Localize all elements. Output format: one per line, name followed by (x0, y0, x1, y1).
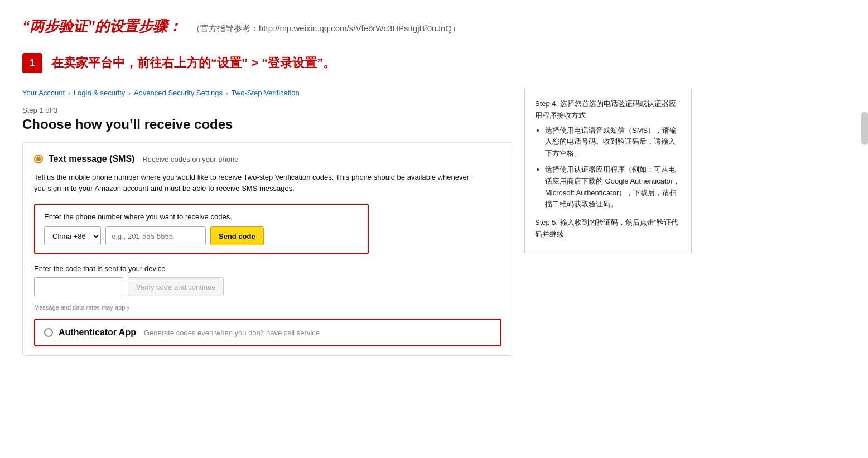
breadcrumb: Your Account › Login & security › Advanc… (22, 89, 513, 97)
sms-note: Message and data rates may apply (34, 304, 501, 311)
form-heading: Choose how you’ll receive codes (22, 117, 513, 132)
side-note-step5: Step 5. 输入收到的验证码，然后点击“验证代码并继续” (535, 217, 681, 240)
verify-row: Verify code and continue (34, 277, 501, 296)
breadcrumb-your-account[interactable]: Your Account (22, 89, 65, 97)
phone-entry-box: Enter the phone number where you want to… (34, 204, 369, 254)
phone-number-input[interactable] (105, 226, 206, 245)
page-title-subtitle: （官方指导参考：http://mp.weixin.qq.com/s/Vfe6rW… (192, 23, 460, 34)
breadcrumb-sep2: › (128, 90, 131, 97)
step1-description: 在卖家平台中，前往右上方的“设置” > “登录设置”。 (51, 55, 335, 71)
verify-code-button[interactable]: Verify code and continue (128, 277, 224, 296)
sms-body-text: Tell us the mobile phone number where yo… (34, 172, 469, 194)
verify-code-input[interactable] (34, 277, 123, 296)
breadcrumb-sep3: › (226, 90, 228, 97)
verify-section: Enter the code that is sent to your devi… (34, 264, 501, 296)
send-code-button[interactable]: Send code (210, 226, 264, 245)
sms-option-desc: Receive codes on your phone (142, 155, 238, 163)
breadcrumb-sep1: › (68, 90, 70, 97)
breadcrumb-advanced-security[interactable]: Advanced Security Settings (134, 89, 223, 97)
scrollbar[interactable] (861, 112, 868, 145)
side-note-step4: Step 4. 选择您首选的电话验证码或认证器应用程序接收方式 (535, 98, 681, 122)
phone-entry-label: Enter the phone number where you want to… (44, 213, 359, 221)
side-note-panel: Step 4. 选择您首选的电话验证码或认证器应用程序接收方式 选择使用电话语音… (524, 89, 692, 253)
step-number-badge: 1 (22, 53, 42, 73)
breadcrumb-login-security[interactable]: Login & security (74, 89, 126, 97)
sms-radio[interactable] (34, 155, 43, 163)
sms-option-row[interactable]: Text message (SMS) Receive codes on your… (34, 154, 501, 164)
sms-card: Text message (SMS) Receive codes on your… (22, 142, 513, 356)
auth-app-radio[interactable] (44, 328, 53, 337)
page-title-main: “两步验证”的设置步骤： (22, 17, 182, 36)
step-indicator: Step 1 of 3 (22, 106, 513, 114)
auth-app-row[interactable]: Authenticator App Generate codes even wh… (34, 319, 501, 346)
auth-app-desc: Generate codes even when you don’t have … (144, 329, 320, 337)
sms-option-label: Text message (SMS) (49, 154, 134, 164)
amazon-panel: Your Account › Login & security › Advanc… (22, 89, 513, 356)
country-select[interactable]: China +86 (44, 226, 101, 245)
verify-label: Enter the code that is sent to your devi… (34, 264, 501, 273)
auth-app-label: Authenticator App (59, 327, 136, 338)
breadcrumb-two-step: Two-Step Verification (232, 89, 300, 97)
side-note-bullet2: 选择使用认证器应用程序（例如：可从电话应用商店下载的 Google Authen… (545, 164, 681, 210)
phone-input-row: China +86 Send code (44, 226, 359, 245)
side-note-bullet1: 选择使用电话语音或短信（SMS），请输入您的电话号码。收到验证码后，请输入下方空… (545, 125, 681, 160)
